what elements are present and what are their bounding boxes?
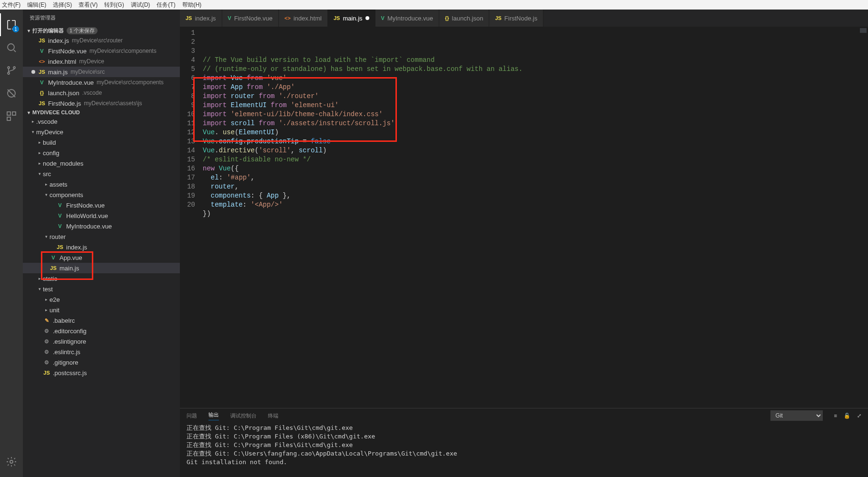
svg-point-2 bbox=[13, 67, 15, 69]
file-name: MyIntroduce.vue bbox=[48, 79, 94, 86]
editor-tab[interactable]: {}launch.json bbox=[439, 10, 489, 27]
tree-folder[interactable]: ▸e2e bbox=[23, 294, 180, 305]
output-channel-select[interactable]: Git bbox=[770, 410, 823, 421]
minimap[interactable] bbox=[858, 27, 868, 408]
menu-item[interactable]: 转到(G) bbox=[104, 1, 124, 9]
tree-folder[interactable]: ▸.vscode bbox=[23, 116, 180, 127]
minimap-region bbox=[860, 28, 867, 33]
file-type-icon: ⚙ bbox=[43, 358, 50, 366]
editor-tab[interactable]: <>index.html bbox=[279, 10, 328, 27]
svg-point-0 bbox=[8, 44, 14, 50]
tree-file[interactable]: VApp.vue bbox=[23, 252, 180, 263]
file-type-icon: <> bbox=[285, 15, 291, 21]
tree-file[interactable]: VHelloWorld.vue bbox=[23, 210, 180, 221]
open-editor-item[interactable]: VMyIntroduce.vuemyDevice\src\components bbox=[23, 77, 180, 88]
dirty-indicator bbox=[365, 16, 369, 20]
tree-file[interactable]: ⚙.gitignore bbox=[23, 357, 180, 368]
open-editors-header[interactable]: ▾ 打开的编辑器 1 个未保存 bbox=[23, 26, 180, 35]
code-line: Vue.config.productionTip = false bbox=[203, 137, 858, 146]
editor-tab[interactable]: VMyIntroduce.vue bbox=[375, 10, 439, 27]
open-editor-item[interactable]: JSFirstNode.jsmyDevice\src\assets\js bbox=[23, 98, 180, 109]
tree-item-label: index.js bbox=[66, 244, 87, 251]
code-content[interactable]: // The Vue build version to load with th… bbox=[203, 27, 858, 408]
menu-item[interactable]: 调试(D) bbox=[131, 1, 150, 9]
output-content[interactable]: 正在查找 Git: C:\Program Files\Git\cmd\git.e… bbox=[180, 423, 868, 477]
tree-folder[interactable]: ▾components bbox=[23, 189, 180, 200]
tree-folder[interactable]: ▸config bbox=[23, 148, 180, 158]
panel-tab[interactable]: 输出 bbox=[208, 411, 219, 420]
project-header[interactable]: ▾ MYDIVECE CLOUD bbox=[23, 109, 180, 116]
tree-folder[interactable]: ▾test bbox=[23, 284, 180, 294]
chevron-down-icon: ▾ bbox=[25, 110, 32, 115]
line-number: 4 bbox=[180, 56, 195, 65]
panel-tab[interactable]: 终端 bbox=[268, 412, 278, 419]
editor-tab[interactable]: JSmain.js bbox=[328, 10, 375, 27]
activity-debug[interactable] bbox=[0, 82, 23, 105]
open-editors-label: 打开的编辑器 bbox=[32, 27, 64, 34]
tree-folder[interactable]: ▸unit bbox=[23, 305, 180, 315]
open-editor-item[interactable]: JSindex.jsmyDevice\src\router bbox=[23, 35, 180, 46]
tree-file[interactable]: ⚙.editorconfig bbox=[23, 326, 180, 336]
open-editor-item[interactable]: JSmain.jsmyDevice\src bbox=[23, 67, 180, 77]
clear-output-icon[interactable]: ≡ bbox=[834, 413, 837, 419]
tree-file[interactable]: VFirstNode.vue bbox=[23, 200, 180, 210]
menu-item[interactable]: 编辑(E) bbox=[27, 1, 46, 9]
tree-folder[interactable]: ▸assets bbox=[23, 179, 180, 189]
activity-scm[interactable] bbox=[0, 59, 23, 82]
tree-file[interactable]: JSindex.js bbox=[23, 242, 180, 252]
chevron-down-icon: ▾ bbox=[30, 129, 36, 134]
tree-folder[interactable]: ▸build bbox=[23, 137, 180, 148]
menu-item[interactable]: 任务(T) bbox=[157, 1, 175, 9]
open-editor-item[interactable]: VFirstNode.vuemyDevice\src\components bbox=[23, 46, 180, 56]
project-label: MYDIVECE CLOUD bbox=[32, 109, 80, 115]
file-type-icon: JS bbox=[38, 99, 46, 107]
editor-body[interactable]: 1234567891011121314151617181920 // The V… bbox=[180, 27, 868, 408]
lock-scroll-icon[interactable]: 🔓 bbox=[844, 413, 850, 419]
menu-item[interactable]: 查看(V) bbox=[79, 1, 98, 9]
tree-folder[interactable]: ▾router bbox=[23, 231, 180, 242]
tree-folder[interactable]: ▾myDevice bbox=[23, 127, 180, 137]
menu-item[interactable]: 选择(S) bbox=[53, 1, 72, 9]
activity-settings[interactable] bbox=[0, 450, 23, 473]
line-number: 5 bbox=[180, 65, 195, 74]
main-area: 1 资源管理器 ▾ 打开的编辑器 1 个未保存 JSindex.jsmyDevi… bbox=[0, 10, 868, 477]
open-editor-item[interactable]: {}launch.json.vscode bbox=[23, 88, 180, 98]
chevron-right-icon: ▸ bbox=[36, 161, 43, 166]
panel-tab[interactable]: 问题 bbox=[187, 412, 197, 419]
tree-file[interactable]: ⚙.eslintignore bbox=[23, 336, 180, 347]
activity-explorer[interactable]: 1 bbox=[0, 13, 23, 36]
tree-file[interactable]: JS.postcssrc.js bbox=[23, 368, 180, 378]
menu-item[interactable]: 帮助(H) bbox=[182, 1, 202, 9]
file-type-icon: JS bbox=[56, 243, 64, 251]
activity-search[interactable] bbox=[0, 36, 23, 59]
tree-folder[interactable]: ▸static bbox=[23, 273, 180, 284]
tree-file[interactable]: VMyIntroduce.vue bbox=[23, 221, 180, 231]
code-line: components: { App }, bbox=[203, 191, 858, 200]
tree-item-label: .editorconfig bbox=[53, 328, 87, 335]
svg-point-8 bbox=[10, 460, 13, 463]
editor-tab[interactable]: JSFirstNode.js bbox=[489, 10, 543, 27]
chevron-right-icon: ▸ bbox=[36, 140, 43, 145]
tree-folder[interactable]: ▾src bbox=[23, 169, 180, 179]
code-line: Vue.directive('scroll', scroll) bbox=[203, 146, 858, 155]
tree-file[interactable]: ✎.babelrc bbox=[23, 315, 180, 326]
tree-file[interactable]: JSmain.js bbox=[23, 263, 180, 273]
open-editor-item[interactable]: <>index.htmlmyDevice bbox=[23, 56, 180, 67]
panel-tab[interactable]: 调试控制台 bbox=[230, 412, 256, 419]
open-file-icon[interactable]: ⤢ bbox=[857, 413, 861, 419]
tree-file[interactable]: ⚙.eslintrc.js bbox=[23, 347, 180, 357]
editor-tab[interactable]: VFirstNode.vue bbox=[222, 10, 279, 27]
menu-item[interactable]: 文件(F) bbox=[2, 1, 20, 9]
code-line: import Vue from 'vue' bbox=[203, 74, 858, 83]
sidebar: 资源管理器 ▾ 打开的编辑器 1 个未保存 JSindex.jsmyDevice… bbox=[23, 10, 180, 477]
editor-tab[interactable]: JSindex.js bbox=[180, 10, 222, 27]
code-line: import 'element-ui/lib/theme-chalk/index… bbox=[203, 110, 858, 119]
activity-extensions[interactable] bbox=[0, 105, 23, 128]
line-number: 12 bbox=[180, 128, 195, 137]
file-path: myDevice\src\router bbox=[72, 37, 123, 44]
tree-item-label: .gitignore bbox=[53, 359, 78, 366]
file-type-icon: ⚙ bbox=[43, 338, 50, 345]
file-type-icon: ⚙ bbox=[43, 348, 50, 356]
tree-folder[interactable]: ▸node_modules bbox=[23, 158, 180, 169]
line-number: 19 bbox=[180, 191, 195, 200]
